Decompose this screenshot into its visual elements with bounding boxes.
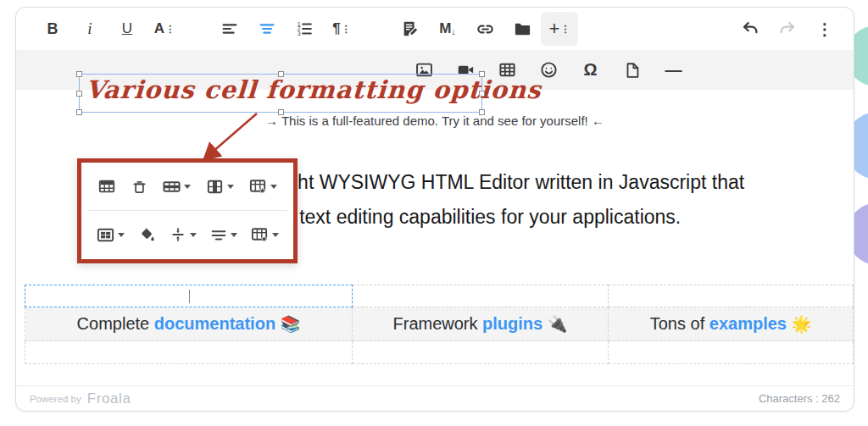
delete-table-button[interactable]: [131, 178, 148, 196]
italic-button[interactable]: i: [71, 12, 108, 46]
align-center-button[interactable]: [248, 12, 286, 46]
undo-button[interactable]: [732, 12, 769, 46]
align-left-button[interactable]: [211, 12, 248, 46]
resize-handle[interactable]: [278, 71, 284, 77]
empty-cell[interactable]: [353, 285, 609, 307]
redo-button[interactable]: [769, 12, 806, 46]
demo-line: → This is a full-featured demo. Try it a…: [16, 113, 854, 128]
bold-button[interactable]: B: [34, 12, 71, 46]
resize-handle[interactable]: [479, 109, 485, 115]
svg-text:3: 3: [298, 30, 301, 36]
paint-bucket-icon: [137, 225, 156, 244]
horizontal-line-button[interactable]: —: [653, 53, 694, 87]
ordered-list-icon: 123: [295, 19, 314, 38]
vertical-align-icon: [169, 225, 187, 244]
ordered-list-button[interactable]: 123: [286, 12, 323, 46]
text-cursor: [189, 290, 190, 303]
underline-button[interactable]: U: [108, 12, 146, 46]
table-star-icon: [248, 177, 268, 196]
get-edited-html-button[interactable]: [392, 12, 429, 46]
dropdown-caret-icon: [118, 233, 125, 237]
resize-handle[interactable]: [76, 91, 82, 97]
popup-row-1: [81, 163, 293, 210]
italic-icon: i: [87, 19, 92, 38]
documentation-cell[interactable]: Complete documentation 📚: [25, 307, 353, 341]
vertical-align-button[interactable]: [169, 225, 197, 244]
examples-link[interactable]: examples: [709, 314, 787, 333]
popup-row-2: [81, 211, 293, 258]
paragraph-format-button[interactable]: ¶⋮: [323, 12, 360, 46]
resize-handle[interactable]: [479, 71, 485, 77]
table-style-button[interactable]: [248, 177, 277, 196]
annotation-arrow: [190, 105, 266, 166]
more-text-button[interactable]: A⋮: [146, 12, 183, 46]
trash-icon: [131, 178, 148, 196]
merge-cells-button[interactable]: [96, 225, 125, 245]
plugins-link[interactable]: plugins: [482, 314, 542, 333]
insert-more-button[interactable]: +⋮: [541, 12, 578, 46]
dropdown-caret-icon: [184, 185, 191, 189]
dropdown-caret-icon: [190, 233, 197, 237]
dropdown-caret-icon: [231, 233, 237, 237]
more-dots-icon: ⋮: [165, 24, 175, 35]
row-options-button[interactable]: [162, 177, 191, 196]
cell-text: Framework: [393, 314, 483, 333]
dropdown-caret-icon: [227, 185, 234, 189]
books-emoji-icon: 📚: [281, 315, 301, 333]
markdown-icon: M: [439, 20, 451, 37]
cell-text: Tons of: [650, 314, 709, 333]
special-characters-button[interactable]: Ω: [570, 53, 611, 87]
table-row: [25, 285, 854, 307]
editor-card: B i U A⋮ 123 ¶⋮ M↓ +⋮: [15, 7, 854, 412]
star-emoji-icon: 🌟: [792, 315, 812, 333]
dropdown-caret-icon: [272, 233, 279, 237]
kebab-icon: ⋮: [817, 19, 833, 39]
horizontal-align-icon: [209, 225, 228, 244]
annotation-text: Various cell formatting options: [85, 75, 542, 104]
horizontal-align-button[interactable]: [209, 225, 237, 244]
empty-cell[interactable]: [609, 285, 854, 307]
resize-handle[interactable]: [76, 109, 82, 115]
cell-background-button[interactable]: [137, 225, 156, 244]
redo-icon: [778, 19, 797, 38]
file-manager-button[interactable]: [504, 12, 541, 46]
insert-link-button[interactable]: [466, 12, 504, 46]
empty-cell[interactable]: [25, 341, 353, 364]
empty-cell[interactable]: [353, 341, 609, 364]
selected-empty-cell[interactable]: [25, 285, 353, 307]
selected-annotation-image[interactable]: Various cell formatting options: [79, 74, 482, 113]
markdown-button[interactable]: M↓: [429, 12, 466, 46]
markdown-arrow-icon: ↓: [451, 26, 456, 36]
table-column-icon: [205, 177, 225, 196]
powered-by-label: Powered by: [30, 394, 81, 404]
paragraph-icon: ¶: [332, 20, 340, 37]
folder-icon: [513, 19, 532, 39]
cell-style-button[interactable]: [250, 225, 279, 245]
character-count: Characters : 262: [759, 392, 840, 405]
examples-cell[interactable]: Tons of examples 🌟: [609, 307, 854, 341]
empty-cell[interactable]: [609, 341, 854, 364]
main-toolbar: B i U A⋮ 123 ¶⋮ M↓ +⋮: [16, 8, 854, 50]
undo-icon: [741, 19, 760, 38]
align-center-icon: [258, 19, 276, 38]
resize-handle[interactable]: [278, 109, 284, 115]
file-icon: [623, 61, 642, 80]
dropdown-caret-icon: [270, 185, 277, 189]
bold-icon: B: [47, 20, 58, 38]
table-header-button[interactable]: [97, 177, 116, 196]
minus-icon: —: [665, 60, 682, 80]
document-edit-icon: [401, 19, 420, 38]
table-row-icon: [162, 177, 181, 196]
plugins-cell[interactable]: Framework plugins 🔌: [353, 307, 609, 341]
plug-emoji-icon: 🔌: [548, 315, 568, 333]
table-row: Complete documentation 📚 Framework plugi…: [25, 307, 854, 341]
insert-file-button[interactable]: [611, 53, 653, 87]
editor-footer: Powered by Froala Characters : 262: [16, 385, 854, 411]
resize-handle[interactable]: [479, 91, 485, 97]
more-options-button[interactable]: ⋮: [806, 12, 843, 46]
column-options-button[interactable]: [205, 177, 234, 196]
resize-handle[interactable]: [76, 71, 82, 77]
link-icon: [476, 19, 495, 39]
content-table: Complete documentation 📚 Framework plugi…: [25, 285, 854, 364]
documentation-link[interactable]: documentation: [154, 314, 275, 333]
